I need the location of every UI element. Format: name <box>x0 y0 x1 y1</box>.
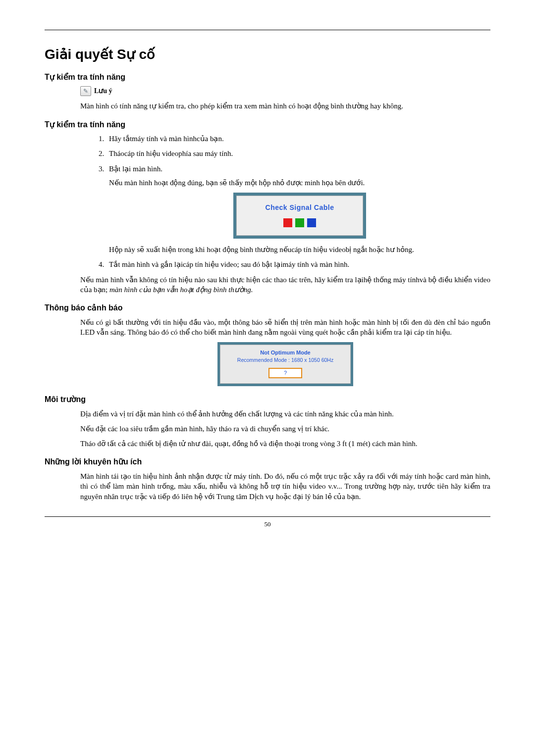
heading-warning: Thông báo cảnh báo <box>45 302 490 313</box>
heading-tips: Những lời khuyên hữu ích <box>45 456 490 467</box>
square-blue <box>307 218 316 227</box>
heading-self-test-2: Tự kiểm tra tính năng <box>45 119 490 130</box>
step-1: Hãy tắtmáy tính và màn hìnhcủa bạn. <box>106 134 490 144</box>
sec4-p3: Tháo dỡ tất cả các thiết bị điện tử như … <box>80 439 490 449</box>
check-signal-text: Check Signal Cable <box>242 203 358 212</box>
step-2: Tháocáp tín hiệu videophía sau máy tính. <box>106 149 490 158</box>
step-3-text: Bật lại màn hình. <box>109 165 162 173</box>
not-optimum-line2: Recommended Mode : 1680 x 1050 60Hz <box>223 356 347 363</box>
page-number: 50 <box>45 520 490 529</box>
sec4-p2: Nếu đặt các loa siêu trầm gần màn hình, … <box>80 424 490 434</box>
not-optimum-dialog: Not Optimum Mode Recommended Mode : 1680… <box>217 342 353 386</box>
not-optimum-button: ? <box>268 368 302 378</box>
sec2-after-list: Nếu màn hình vẫn không có tín hiệu nào s… <box>80 275 490 295</box>
note-label: Lưu ý <box>94 87 112 96</box>
heading-environment: Môi trường <box>45 394 490 405</box>
step-3-sub: Nếu màn hình hoạt động đúng, bạn sẽ thấy… <box>109 178 490 188</box>
square-red <box>283 218 292 227</box>
sec4-p1: Địa điểm và vị trí đặt màn hình có thể ả… <box>80 409 490 419</box>
step-3: Bật lại màn hình. Nếu màn hình hoạt động… <box>106 164 490 255</box>
sec3-paragraph: Nếu có gì bất thường với tín hiệu đầu và… <box>80 317 490 338</box>
color-squares <box>242 218 358 227</box>
sec1-paragraph: Màn hình có tính năng tự kiểm tra, cho p… <box>80 101 490 111</box>
page-title: Giải quyết Sự cố <box>45 45 490 64</box>
note-icon: ✎ <box>80 86 91 96</box>
sec5-p1: Màn hình tái tạo tín hiệu hình ảnh nhận … <box>80 471 490 502</box>
not-optimum-line1: Not Optimum Mode <box>223 349 347 356</box>
step-4: Tắt màn hình và gắn lạicáp tín hiệu vide… <box>106 259 490 269</box>
step-3-sub2: Hộp này sẽ xuất hiện trong khi hoạt động… <box>109 245 490 254</box>
sec2-after-italic: màn hình của bạn vẫn hoạt động bình thườ… <box>109 286 253 294</box>
heading-self-test-1: Tự kiểm tra tính năng <box>45 72 490 83</box>
note-row: ✎ Lưu ý <box>80 86 490 96</box>
check-signal-dialog: Check Signal Cable <box>233 193 366 239</box>
square-green <box>295 218 304 227</box>
